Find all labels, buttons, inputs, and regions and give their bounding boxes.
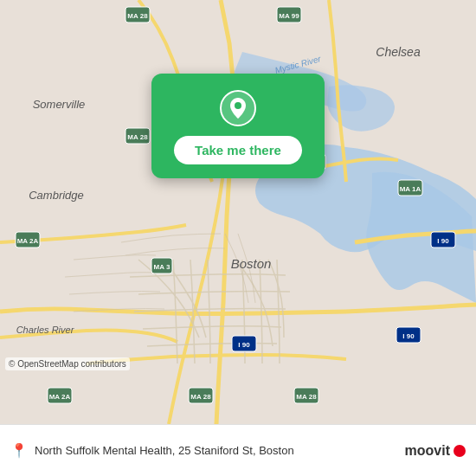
svg-text:Boston: Boston	[231, 256, 272, 271]
location-info-text: North Suffolk Mental Health, 25 Stanifor…	[35, 444, 398, 457]
svg-text:I 90: I 90	[402, 332, 415, 340]
moovit-text: moovit	[405, 443, 450, 459]
svg-text:I 90: I 90	[238, 341, 250, 349]
svg-text:Cambridge: Cambridge	[29, 189, 84, 202]
svg-point-36	[235, 102, 241, 109]
svg-text:Charles River: Charles River	[16, 325, 75, 335]
svg-text:Somerville: Somerville	[33, 98, 86, 111]
svg-text:MA 1A: MA 1A	[400, 185, 421, 193]
location-pin-icon	[219, 89, 257, 127]
svg-text:MA 3: MA 3	[154, 263, 170, 271]
info-bar: 📍 North Suffolk Mental Health, 25 Stanif…	[0, 424, 476, 476]
svg-text:MA 28: MA 28	[296, 393, 317, 401]
svg-text:MA 28: MA 28	[127, 12, 148, 20]
map-attribution: © OpenStreetMap contributors	[5, 357, 130, 370]
svg-text:MA 28: MA 28	[127, 133, 148, 141]
take-me-there-button[interactable]: Take me there	[174, 136, 302, 164]
svg-text:MA 2A: MA 2A	[49, 393, 71, 401]
svg-text:I 90: I 90	[437, 237, 449, 245]
svg-text:MA 99: MA 99	[279, 12, 299, 20]
action-card: Take me there	[151, 74, 325, 178]
map-container: MA 28 MA 99 I 93 MA 28 MA 2A MA 3 MA 1A …	[0, 0, 476, 424]
svg-text:Chelsea: Chelsea	[376, 45, 421, 59]
svg-text:MA 2A: MA 2A	[17, 237, 39, 245]
moovit-logo: moovit	[405, 443, 466, 459]
location-icon: 📍	[10, 442, 28, 459]
svg-text:MA 28: MA 28	[190, 393, 211, 401]
moovit-dot-icon	[453, 445, 466, 457]
